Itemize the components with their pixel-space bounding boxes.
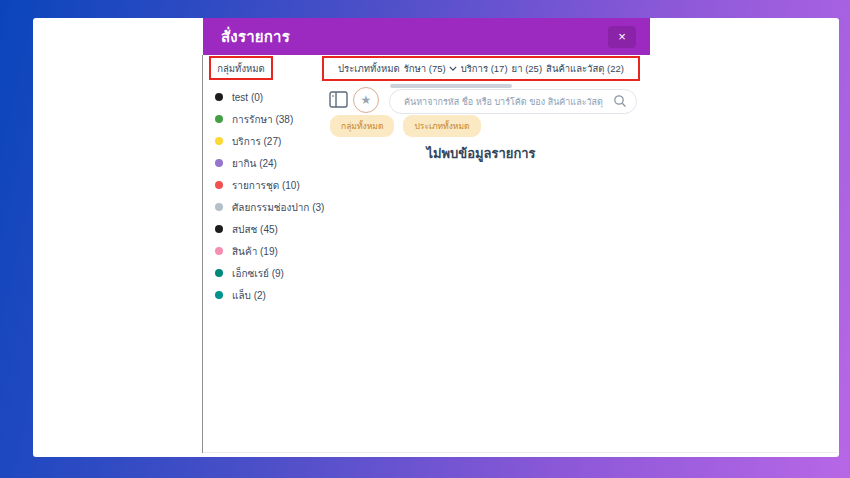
category-list-item[interactable]: สปสช (45) bbox=[215, 218, 335, 240]
category-color-dot bbox=[215, 269, 223, 277]
close-icon: × bbox=[618, 30, 626, 43]
modal-title: สั่งรายการ bbox=[221, 25, 290, 49]
category-label: สินค้า (19) bbox=[232, 244, 278, 259]
modal-header: สั่งรายการ × bbox=[203, 18, 650, 55]
category-label: แล็บ (2) bbox=[232, 288, 266, 303]
star-icon: ★ bbox=[361, 94, 372, 106]
filter-chip[interactable]: ประเภททั้งหมด bbox=[403, 115, 480, 137]
type-tab[interactable]: ยา (25) bbox=[512, 61, 542, 76]
modal-footer-divider bbox=[203, 452, 837, 453]
search-bar bbox=[389, 89, 637, 114]
type-tab[interactable]: รักษา (75) bbox=[404, 61, 457, 76]
type-tab[interactable]: บริการ (17) bbox=[461, 61, 508, 76]
favorite-star-button[interactable]: ★ bbox=[353, 87, 379, 113]
category-list: test (0) การรักษา (38) บริการ (27) ยากิน… bbox=[215, 86, 335, 306]
category-label: การรักษา (38) bbox=[232, 112, 293, 127]
category-color-dot bbox=[215, 181, 223, 189]
category-list-item[interactable]: สินค้า (19) bbox=[215, 240, 335, 262]
category-list-item[interactable]: รายการชุด (10) bbox=[215, 174, 335, 196]
type-tab-label: ประเภททั้งหมด bbox=[338, 61, 400, 76]
category-list-item[interactable]: ยากิน (24) bbox=[215, 152, 335, 174]
type-tabs: ประเภททั้งหมด รักษา (75) บริการ (17) ยา … bbox=[322, 56, 640, 81]
filter-chip[interactable]: กลุ่มทั้งหมด bbox=[330, 115, 394, 137]
category-color-dot bbox=[215, 247, 223, 255]
type-tab[interactable]: ประเภททั้งหมด bbox=[338, 61, 400, 76]
category-label: test (0) bbox=[232, 92, 263, 103]
type-tab-label: บริการ (17) bbox=[461, 61, 508, 76]
empty-state-message: ไม่พบข้อมูลรายการ bbox=[322, 143, 640, 164]
category-list-item[interactable]: การรักษา (38) bbox=[215, 108, 335, 130]
type-tab-label: ยา (25) bbox=[512, 61, 542, 76]
category-color-dot bbox=[215, 203, 223, 211]
layout-panel-icon bbox=[329, 91, 349, 109]
category-color-dot bbox=[215, 93, 223, 101]
tabs-horizontal-scrollbar[interactable] bbox=[390, 84, 512, 88]
filter-chip-label: กลุ่มทั้งหมด bbox=[341, 121, 383, 131]
desktop-background: { "modal": { "title": "สั่งรายการ", "clo… bbox=[0, 0, 850, 478]
all-groups-button[interactable]: กลุ่มทั้งหมด bbox=[209, 56, 273, 80]
category-label: บริการ (27) bbox=[232, 134, 281, 149]
type-tab-label: รักษา (75) bbox=[404, 61, 446, 76]
filter-chip-label: ประเภททั้งหมด bbox=[414, 121, 469, 131]
modal-left-border bbox=[202, 55, 203, 453]
search-input[interactable] bbox=[389, 89, 637, 114]
close-button[interactable]: × bbox=[608, 26, 636, 48]
category-list-item[interactable]: test (0) bbox=[215, 86, 335, 108]
category-color-dot bbox=[215, 225, 223, 233]
category-list-item[interactable]: บริการ (27) bbox=[215, 130, 335, 152]
type-tab[interactable]: สินค้าและวัสดุ (22) bbox=[546, 61, 624, 76]
category-label: ศัลยกรรมช่องปาก (3) bbox=[232, 200, 324, 215]
chevron-down-icon bbox=[449, 66, 457, 71]
category-label: รายการชุด (10) bbox=[232, 178, 300, 193]
all-groups-label: กลุ่มทั้งหมด bbox=[217, 61, 264, 76]
category-label: ยากิน (24) bbox=[232, 156, 277, 171]
category-list-item[interactable]: เอ็กซเรย์ (9) bbox=[215, 262, 335, 284]
category-label: เอ็กซเรย์ (9) bbox=[232, 266, 284, 281]
type-tab-label: สินค้าและวัสดุ (22) bbox=[546, 61, 624, 76]
layout-toggle-button[interactable] bbox=[329, 91, 349, 109]
category-color-dot bbox=[215, 159, 223, 167]
filter-chips: กลุ่มทั้งหมด ประเภททั้งหมด bbox=[330, 115, 481, 137]
category-list-item[interactable]: แล็บ (2) bbox=[215, 284, 335, 306]
category-color-dot bbox=[215, 137, 223, 145]
category-color-dot bbox=[215, 291, 223, 299]
category-list-item[interactable]: ศัลยกรรมช่องปาก (3) bbox=[215, 196, 335, 218]
category-color-dot bbox=[215, 115, 223, 123]
category-label: สปสช (45) bbox=[232, 222, 278, 237]
